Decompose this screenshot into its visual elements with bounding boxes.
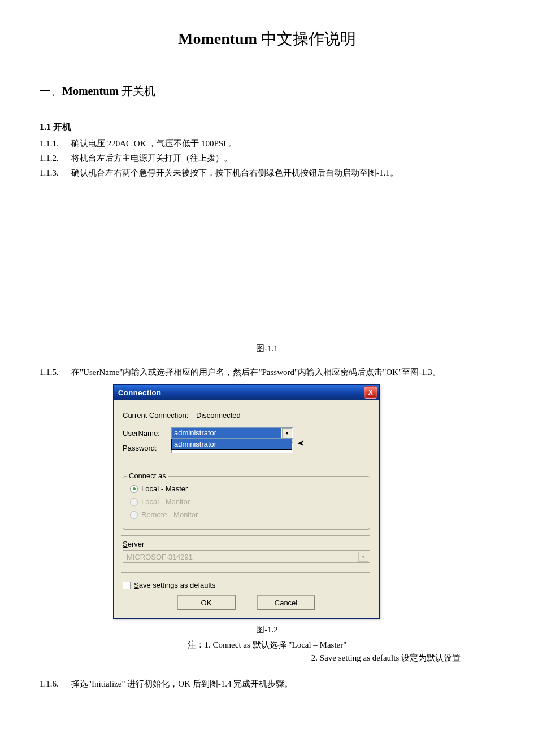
cursor-icon: ➤ [297,438,305,448]
close-icon: X [368,388,374,396]
checkbox-icon [123,582,131,589]
dialog-titlebar[interactable]: Connection X [114,385,379,400]
radio-icon [130,511,138,519]
current-connection-value: Disconnected [196,411,241,419]
current-connection-label: Current Connection: [123,411,196,419]
username-value: administrator [172,428,281,438]
save-defaults-checkbox[interactable]: Save settings as defaults [123,581,370,589]
connection-dialog: Connection X Current Connection: Disconn… [113,384,380,619]
username-dropdown[interactable]: administrator [171,439,292,450]
note-2: 2. Save setting as defaults 设定为默认设置 [40,653,494,663]
radio-icon [130,485,138,493]
chevron-down-icon[interactable]: ▼ [282,428,292,438]
item-1.1.1: 1.1.1.确认电压 220AC OK ，气压不低于 100PSI 。 [40,137,494,150]
server-value: MICROSOF·314291 [123,553,357,561]
password-label: Password: [123,444,171,452]
item-1.1.2: 1.1.2.将机台左后方主电源开关打开（往上拨）。 [40,151,494,165]
connect-as-group: Connect as Local - Master Local - Monito… [123,476,370,530]
chevron-down-icon: ▼ [358,552,368,562]
close-button[interactable]: X [364,386,377,399]
section-1-heading: 一、Momentum 开关机 [40,84,494,99]
username-label: UserName: [123,429,171,438]
radio-local-master[interactable]: Local - Master [130,484,363,493]
title-rest: 中文操作说明 [257,30,356,47]
radio-icon [130,498,138,506]
radio-local-monitor: Local - Monitor [130,497,363,506]
note-1: 注：1. Connect as 默认选择 "Local – Master" [40,640,494,650]
figure-1.2-label: 图-1.2 [40,624,494,635]
item-1.1.5: 1.1.5.在"UserName"内输入或选择相应的用户名，然后在"Passwo… [40,365,494,379]
cancel-button[interactable]: Cancel [257,595,315,610]
figure-1.1-placeholder [40,181,494,339]
title-strong: Momentum [178,30,257,47]
server-label: Server [123,540,370,548]
radio-remote-monitor: Remote - Monitor [130,510,363,519]
figure-1.1-label: 图-1.1 [40,343,494,354]
dialog-title: Connection [118,388,162,397]
page-title: Momentum 中文操作说明 [40,28,494,50]
ok-button[interactable]: OK [177,595,236,610]
username-option-administrator[interactable]: administrator [172,439,292,449]
username-combobox[interactable]: administrator ▼ [171,427,293,439]
item-1.1.3: 1.1.3.确认机台左右两个急停开关未被按下，按下机台右侧绿色开机按钮后自动启动… [40,166,494,180]
connect-as-legend: Connect as [127,471,168,480]
item-1.1.6: 1.1.6.择选"Initialize" 进行初始化，OK 后到图-1.4 完成… [40,677,494,691]
subsection-1.1: 1.1 开机 [40,121,494,133]
server-combobox: MICROSOF·314291 ▼ [123,550,370,563]
